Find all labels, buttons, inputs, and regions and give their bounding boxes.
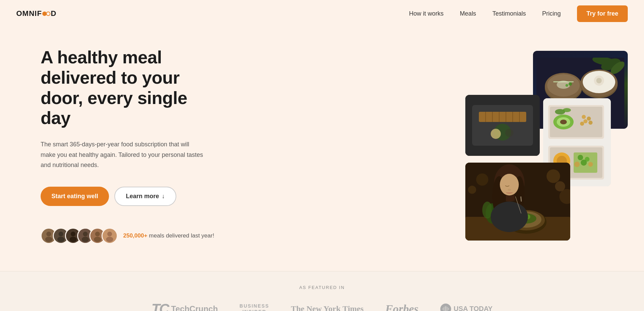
techcrunch-logo: TC TechCrunch bbox=[152, 301, 218, 311]
food-image-woman-visual bbox=[465, 163, 570, 241]
svg-point-65 bbox=[578, 155, 583, 160]
svg-point-32 bbox=[569, 82, 572, 86]
logo-icon bbox=[42, 12, 50, 16]
svg-point-26 bbox=[557, 81, 570, 89]
start-eating-well-button[interactable]: Start eating well bbox=[41, 187, 109, 206]
svg-point-92 bbox=[508, 189, 511, 191]
svg-point-91 bbox=[500, 174, 519, 195]
nyt-text: The New York Times bbox=[291, 304, 363, 311]
svg-point-69 bbox=[574, 162, 580, 167]
learn-more-button[interactable]: Learn more ↓ bbox=[114, 187, 176, 206]
svg-point-1 bbox=[46, 232, 51, 236]
svg-point-73 bbox=[476, 173, 488, 186]
svg-point-71 bbox=[547, 169, 560, 183]
usa-today-logo: USA TODAY bbox=[440, 304, 493, 311]
svg-point-5 bbox=[58, 237, 65, 242]
techcrunch-icon: TC bbox=[152, 301, 169, 311]
svg-point-67 bbox=[581, 160, 587, 166]
nav-how-it-works[interactable]: How it works bbox=[409, 10, 444, 17]
svg-point-14 bbox=[94, 237, 101, 242]
svg-point-2 bbox=[45, 237, 52, 242]
svg-point-10 bbox=[83, 232, 88, 236]
nav-meals[interactable]: Meals bbox=[460, 10, 476, 17]
logo[interactable]: OMNIF D bbox=[16, 9, 57, 18]
usa-today-circle bbox=[440, 304, 451, 311]
svg-point-52 bbox=[560, 120, 567, 124]
business-insider-logo: BUSINESSINSIDER bbox=[240, 303, 269, 311]
logo-text-part2: D bbox=[51, 9, 57, 18]
svg-point-68 bbox=[588, 162, 593, 167]
social-proof: 250,000+ meals delivered last year! bbox=[41, 228, 217, 244]
social-proof-suffix: meals delivered last year! bbox=[147, 232, 214, 239]
svg-point-8 bbox=[70, 237, 77, 242]
logo-text-part1: OMNIF bbox=[16, 9, 42, 18]
forbes-logo: Forbes bbox=[385, 303, 418, 311]
svg-point-74 bbox=[468, 186, 476, 194]
avatar bbox=[102, 228, 118, 244]
learn-more-label: Learn more bbox=[126, 193, 159, 200]
featured-section: AS FEATURED IN TC TechCrunch BUSINESSINS… bbox=[0, 271, 644, 311]
food-image-woman-eating bbox=[465, 163, 570, 241]
arrow-down-icon: ↓ bbox=[162, 193, 165, 200]
main-nav: How it works Meals Testimonials Pricing … bbox=[409, 5, 628, 22]
svg-point-16 bbox=[107, 232, 112, 236]
hero-content: A healthy meal delivered to your door, e… bbox=[41, 47, 217, 244]
svg-point-4 bbox=[59, 232, 63, 236]
nyt-logo: The New York Times bbox=[291, 304, 363, 311]
svg-point-13 bbox=[95, 232, 100, 236]
svg-point-55 bbox=[583, 119, 587, 123]
usa-today-text: USA TODAY bbox=[454, 305, 493, 311]
nav-pricing[interactable]: Pricing bbox=[542, 10, 561, 17]
svg-point-56 bbox=[589, 121, 593, 125]
svg-point-57 bbox=[580, 122, 584, 126]
header: OMNIF D How it works Meals Testimonials … bbox=[0, 0, 644, 27]
social-proof-text: 250,000+ meals delivered last year! bbox=[123, 232, 214, 239]
food-image-grill-visual bbox=[465, 95, 540, 156]
svg-point-59 bbox=[563, 108, 571, 112]
svg-point-7 bbox=[71, 232, 75, 236]
svg-point-45 bbox=[491, 129, 501, 139]
svg-point-93 bbox=[491, 202, 528, 232]
food-image-grill bbox=[465, 95, 540, 156]
avatar-group bbox=[41, 228, 118, 244]
hero-title: A healthy meal delivered to your door, e… bbox=[41, 47, 217, 128]
svg-point-53 bbox=[582, 115, 586, 119]
hero-buttons: Start eating well Learn more ↓ bbox=[41, 187, 217, 206]
logo-circle-outline bbox=[46, 12, 50, 16]
svg-point-17 bbox=[106, 237, 113, 242]
svg-point-31 bbox=[596, 78, 602, 83]
nav-testimonials[interactable]: Testimonials bbox=[492, 10, 526, 17]
forbes-text: Forbes bbox=[385, 303, 418, 311]
try-for-free-button[interactable]: Try for free bbox=[577, 5, 628, 22]
techcrunch-text: TechCrunch bbox=[171, 304, 218, 311]
svg-point-33 bbox=[565, 84, 568, 87]
svg-point-11 bbox=[82, 237, 89, 242]
svg-point-54 bbox=[587, 117, 591, 121]
featured-label: AS FEATURED IN bbox=[27, 285, 617, 290]
hero-images bbox=[465, 51, 628, 241]
business-insider-text: BUSINESSINSIDER bbox=[240, 303, 269, 311]
hero-description: The smart 365-days-per-year food subscri… bbox=[41, 139, 203, 170]
svg-rect-37 bbox=[479, 112, 526, 122]
hero-section: A healthy meal delivered to your door, e… bbox=[0, 27, 644, 271]
social-proof-count: 250,000+ bbox=[123, 232, 147, 239]
svg-point-46 bbox=[505, 129, 513, 137]
featured-logos: TC TechCrunch BUSINESSINSIDER The New Yo… bbox=[27, 301, 617, 311]
